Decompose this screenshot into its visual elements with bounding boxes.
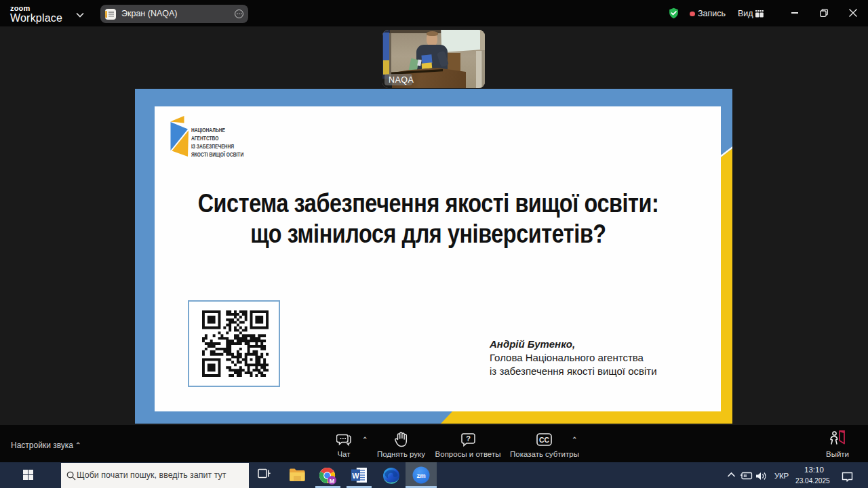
svg-text:CC: CC [539,436,550,444]
svg-text:zm: zm [416,472,425,479]
svg-text:W: W [352,472,359,480]
svg-text:?: ? [466,434,471,443]
svg-text:M: M [330,478,335,485]
